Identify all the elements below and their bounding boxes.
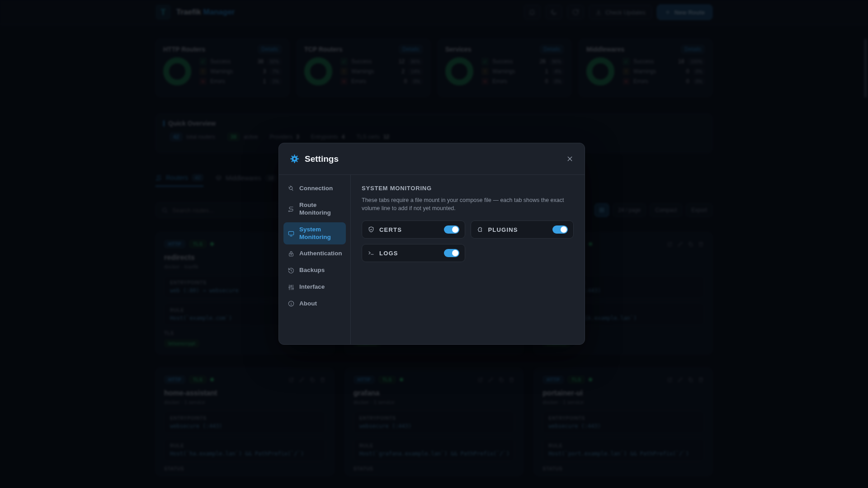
sidebar-item-interface[interactable]: Interface [283, 280, 346, 295]
certs-toggle[interactable] [444, 225, 459, 234]
plugins-toggle-card: PLUGINS [471, 221, 574, 239]
logs-toggle-card: LOGS [362, 244, 465, 262]
info-icon [288, 300, 295, 307]
sidebar-item-about[interactable]: About [283, 296, 346, 311]
system-monitoring-panel: SYSTEM MONITORING These tabs require a f… [351, 175, 585, 344]
terminal-icon [368, 249, 375, 257]
modal-title: Settings [305, 154, 339, 164]
sidebar-item-system-monitoring[interactable]: System Monitoring [283, 222, 346, 245]
sidebar-item-backups[interactable]: Backups [283, 263, 346, 278]
monitor-icon [288, 230, 295, 237]
lock-icon [288, 250, 295, 258]
puzzle-icon [476, 226, 484, 233]
sidebar-item-authentication[interactable]: Authentication [283, 246, 346, 261]
certs-toggle-card: CERTS [362, 221, 465, 239]
shield-icon [368, 226, 375, 233]
settings-modal: Settings Connection Route Monitoring Sys… [278, 143, 585, 345]
panel-description: These tabs require a file mount in your … [362, 196, 574, 212]
logs-toggle[interactable] [444, 249, 459, 257]
close-icon [566, 155, 574, 163]
sidebar-item-route-monitoring[interactable]: Route Monitoring [283, 198, 346, 221]
sidebar-item-connection[interactable]: Connection [283, 181, 346, 196]
panel-heading: SYSTEM MONITORING [362, 185, 574, 192]
history-icon [288, 267, 295, 274]
plugins-toggle[interactable] [552, 225, 568, 234]
plug-icon [288, 185, 295, 192]
close-button[interactable] [566, 155, 574, 163]
gear-icon [290, 154, 299, 164]
settings-sidebar: Connection Route Monitoring System Monit… [279, 175, 351, 344]
route-icon [288, 206, 295, 213]
modal-header: Settings [279, 143, 585, 175]
sliders-icon [288, 284, 295, 291]
